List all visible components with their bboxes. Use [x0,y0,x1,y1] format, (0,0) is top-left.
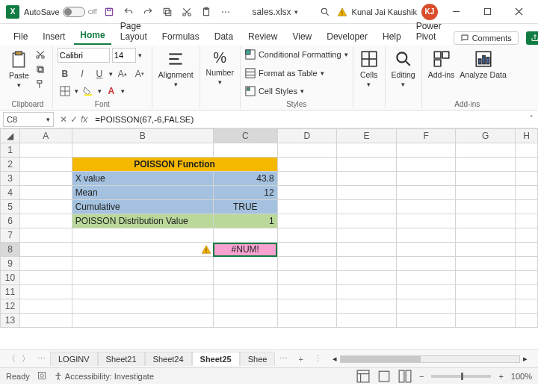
cell-styles-btn[interactable]: Cell Styles▾ [245,84,348,98]
tab-more-right[interactable]: ⋯ [275,354,292,364]
zoom-out[interactable]: − [419,372,424,381]
format-painter-btn[interactable] [33,78,48,91]
copy-btn[interactable] [33,63,48,76]
share-button[interactable]: ▾ [526,31,538,45]
cell[interactable]: 1 [213,214,277,228]
alignment-btn[interactable]: Alignment▾ [157,48,195,90]
tab-developer[interactable]: Developer [321,28,374,45]
border-btn[interactable] [58,84,72,98]
number-btn[interactable]: %Number▾ [205,48,235,87]
worksheet[interactable]: ◢ A B C D E F G H 1 2POISSON Function 3X… [0,128,538,349]
col-header[interactable]: C [213,129,277,143]
sheet-tab[interactable]: LOGINV [50,352,98,366]
tab-review[interactable]: Review [242,28,283,45]
page-break-view-icon[interactable] [398,370,412,382]
close-button[interactable] [505,1,532,22]
cut-btn[interactable] [33,48,48,61]
row-header[interactable]: 12 [1,299,20,314]
shrink-font-btn[interactable]: A▾ [132,67,147,81]
expand-formula-bar[interactable]: ˄ [525,114,538,125]
row-header[interactable]: 1 [1,143,20,158]
error-warning-icon[interactable] [201,244,211,255]
row-header[interactable]: 9 [1,257,20,271]
zoom-slider[interactable] [431,375,491,378]
maximize-button[interactable] [474,1,501,22]
save-icon[interactable] [102,4,117,19]
bold-btn[interactable]: B [58,67,72,81]
cell[interactable]: POISSON Distribution Value [72,214,213,228]
cut-icon[interactable] [179,4,194,19]
tab-file[interactable]: File [7,28,34,45]
underline-btn[interactable]: U [92,67,107,81]
row-header[interactable]: 10 [1,271,20,285]
sheet-tab[interactable]: Sheet21 [98,352,145,366]
new-sheet-button[interactable]: + [292,355,309,364]
sheet-tab[interactable]: Shee [240,352,276,366]
zoom-level[interactable]: 100% [511,372,532,381]
row-header[interactable]: 8 [1,243,20,257]
row-header[interactable]: 7 [1,228,20,243]
copy-icon[interactable] [160,4,175,19]
tab-powerpivot[interactable]: Power Pivot [410,18,448,45]
row-header[interactable]: 6 [1,214,20,228]
grow-font-btn[interactable]: A▴ [115,67,130,81]
cond-format-btn[interactable]: Conditional Formatting▾ [245,48,348,61]
tab-view[interactable]: View [286,28,318,45]
paste-button[interactable]: Paste▾ [7,49,31,90]
tab-data[interactable]: Data [208,28,239,45]
sheet-tab[interactable]: Sheet24 [145,352,192,366]
fx-cancel-icon[interactable]: ✕ [60,114,67,125]
tab-help[interactable]: Help [377,28,407,45]
normal-view-icon[interactable] [356,370,370,382]
autosave-toggle[interactable]: AutoSave Off [24,7,97,17]
tab-nav-prev[interactable]: 〈 [4,353,19,364]
zoom-in[interactable]: + [498,372,503,381]
select-all[interactable]: ◢ [1,129,20,143]
name-box[interactable]: C8▾ [3,112,54,127]
filename[interactable]: sales.xlsx▾ [253,7,298,17]
tab-home[interactable]: Home [74,27,111,45]
tab-formulas[interactable]: Formulas [156,28,205,45]
page-layout-view-icon[interactable] [377,370,391,382]
col-header[interactable]: F [396,129,456,143]
cell[interactable]: TRUE [213,200,277,214]
col-header[interactable]: E [337,129,397,143]
cell[interactable]: Mean [72,186,213,200]
toggle-off-icon[interactable] [63,7,85,17]
cells-btn[interactable]: Cells▾ [358,48,380,90]
accessibility-status[interactable]: Accessibility: Investigate [54,372,154,381]
tab-pagelayout[interactable]: Page Layout [114,18,153,45]
undo-icon[interactable] [121,4,136,19]
macro-rec-icon[interactable] [37,371,46,382]
tab-nav-next[interactable]: 〉 [19,353,33,364]
fill-color-btn[interactable] [81,84,96,98]
more-qat-icon[interactable] [218,4,233,19]
cell[interactable]: POISSON Function [72,158,277,172]
row-header[interactable]: 11 [1,285,20,299]
comments-button[interactable]: Comments [454,31,519,45]
row-header[interactable]: 2 [1,158,20,172]
redo-icon[interactable] [140,4,155,19]
search-icon[interactable] [318,4,333,19]
row-header[interactable]: 5 [1,200,20,214]
row-header[interactable]: 3 [1,172,20,186]
font-color-btn[interactable]: A [104,84,119,98]
font-size-select[interactable] [112,48,136,63]
addins-btn[interactable]: Add-ins [427,48,457,81]
fx-accept-icon[interactable]: ✓ [70,114,78,125]
cell[interactable]: Cumulative [72,200,213,214]
selected-cell[interactable]: #NUM! [213,243,277,257]
tab-more-left[interactable]: ⋯ [33,354,50,364]
analyze-btn[interactable]: Analyze Data [458,48,507,81]
format-table-btn[interactable]: Format as Table▾ [245,66,348,80]
cell[interactable]: X value [72,172,213,186]
font-name-select[interactable] [58,48,110,63]
italic-btn[interactable]: I [75,67,90,81]
editing-btn[interactable]: Editing▾ [390,48,417,90]
paste-qat-icon[interactable] [199,4,214,19]
col-header[interactable]: B [72,129,213,143]
fx-icon[interactable]: fx [81,114,87,125]
cell[interactable]: 12 [213,186,277,200]
col-header[interactable]: A [19,129,72,143]
h-scrollbar[interactable]: ◂▸ [327,354,534,364]
